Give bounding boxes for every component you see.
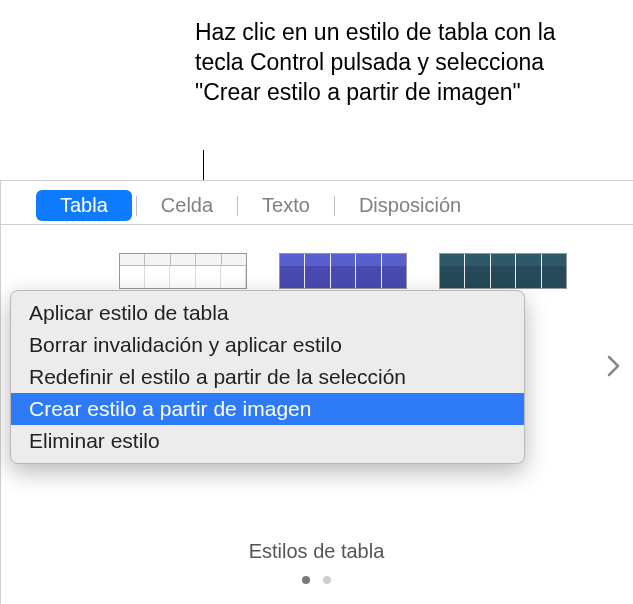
tab-separator	[136, 196, 137, 216]
callout-instruction: Haz clic en un estilo de tabla con la te…	[195, 18, 575, 108]
menu-item-delete-style[interactable]: Eliminar estilo	[11, 425, 524, 457]
pager-dot-active[interactable]	[302, 576, 310, 584]
context-menu: Aplicar estilo de tabla Borrar invalidac…	[10, 290, 525, 464]
tab-texto[interactable]: Texto	[242, 188, 330, 223]
menu-item-apply-style[interactable]: Aplicar estilo de tabla	[11, 297, 524, 329]
tab-disposicion[interactable]: Disposición	[339, 188, 481, 223]
table-style-thumbnail-1[interactable]	[119, 253, 247, 289]
tab-separator	[334, 196, 335, 216]
section-title-table-styles: Estilos de tabla	[0, 540, 633, 563]
table-style-thumbnail-2[interactable]	[279, 253, 407, 289]
menu-item-create-style-from-image[interactable]: Crear estilo a partir de imagen	[11, 393, 524, 425]
menu-item-redefine-style[interactable]: Redefinir el estilo a partir de la selec…	[11, 361, 524, 393]
chevron-right-icon[interactable]	[607, 355, 621, 383]
menu-item-clear-override[interactable]: Borrar invalidación y aplicar estilo	[11, 329, 524, 361]
tab-celda[interactable]: Celda	[141, 188, 233, 223]
table-styles-row	[1, 225, 633, 289]
pager-dot[interactable]	[323, 576, 331, 584]
tab-tabla[interactable]: Tabla	[36, 190, 132, 221]
pager-dots	[0, 570, 633, 588]
inspector-tabs: Tabla Celda Texto Disposición	[1, 181, 633, 225]
table-style-thumbnail-3[interactable]	[439, 253, 567, 289]
tab-separator	[237, 196, 238, 216]
